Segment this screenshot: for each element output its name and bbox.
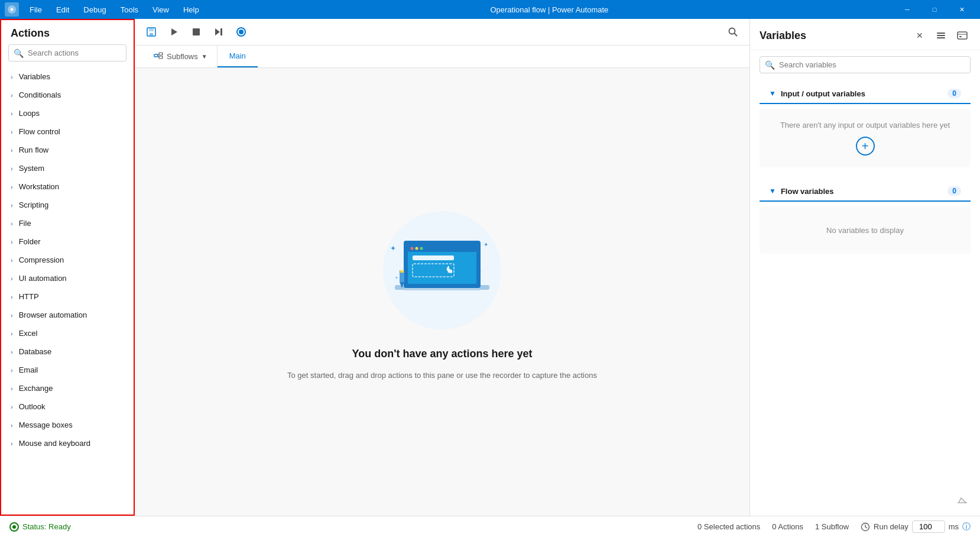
action-item-conditionals[interactable]: › Conditionals	[1, 86, 134, 104]
empty-illustration: ✦ ✦ ✦ ✦	[359, 202, 525, 338]
menu-tools[interactable]: Tools	[115, 3, 144, 17]
run-delay-unit: ms	[949, 522, 959, 531]
action-item-label: Message boxes	[19, 420, 73, 429]
action-item-http[interactable]: › HTTP	[1, 287, 134, 306]
action-item-label: Excel	[19, 329, 38, 338]
content-area: Actions 🔍 › Variables › Conditionals › L…	[0, 19, 980, 516]
action-item-label: Exchange	[19, 384, 53, 393]
svg-rect-43	[959, 36, 962, 37]
action-item-label: Compression	[19, 255, 64, 264]
status-indicator: Status: Ready	[9, 522, 71, 532]
add-input-output-variable-button[interactable]: +	[856, 137, 875, 156]
svg-rect-12	[154, 54, 158, 57]
action-item-file[interactable]: › File	[1, 214, 134, 232]
chevron-icon: ›	[11, 367, 13, 374]
run-delay-input[interactable]	[912, 520, 945, 533]
action-item-database[interactable]: › Database	[1, 342, 134, 361]
actions-panel-title: Actions	[1, 20, 134, 44]
svg-rect-41	[958, 32, 967, 39]
tab-main-label: Main	[229, 51, 246, 60]
action-item-browser-automation[interactable]: › Browser automation	[1, 306, 134, 324]
actions-count: 0 Actions	[772, 522, 803, 531]
action-item-folder[interactable]: › Folder	[1, 232, 134, 251]
toolbar	[135, 19, 749, 46]
action-item-flow-control[interactable]: › Flow control	[1, 122, 134, 141]
action-item-outlook[interactable]: › Outlook	[1, 397, 134, 416]
variables-panel: Variables ✕ 🔍 ▼ In	[749, 19, 980, 516]
menu-edit[interactable]: Edit	[50, 3, 75, 17]
action-item-mouse-keyboard[interactable]: › Mouse and keyboard	[1, 434, 134, 452]
svg-point-9	[239, 30, 244, 34]
action-item-label: Variables	[19, 72, 50, 81]
action-item-label: Conditionals	[19, 90, 61, 99]
action-item-label: Outlook	[19, 402, 46, 411]
stop-button[interactable]	[187, 22, 206, 41]
variables-search-icon: 🔍	[765, 60, 775, 70]
chevron-icon: ›	[11, 92, 13, 99]
action-item-email[interactable]: › Email	[1, 361, 134, 379]
subflows-button[interactable]: Subflows ▼	[144, 46, 218, 67]
variables-search-input[interactable]	[760, 56, 971, 73]
titlebar: File Edit Debug Tools View Help Operatio…	[0, 0, 980, 19]
action-item-ui-automation[interactable]: › UI automation	[1, 269, 134, 287]
subflow-count: 1 Subflow	[815, 522, 849, 531]
svg-rect-2	[149, 28, 154, 31]
action-item-scripting[interactable]: › Scripting	[1, 196, 134, 214]
action-item-exchange[interactable]: › Exchange	[1, 379, 134, 397]
flow-vars-empty-text: No variables to display	[826, 226, 904, 235]
chevron-icon: ›	[11, 128, 13, 135]
input-output-section-title: Input / output variables	[781, 89, 947, 98]
chevron-icon: ›	[11, 385, 13, 392]
maximize-button[interactable]: □	[921, 0, 948, 19]
tab-main[interactable]: Main	[218, 46, 258, 67]
action-item-label: Loops	[19, 109, 40, 118]
action-item-label: Mouse and keyboard	[19, 439, 90, 448]
chevron-icon: ›	[11, 257, 13, 264]
menu-view[interactable]: View	[147, 3, 175, 17]
svg-text:✦: ✦	[478, 269, 482, 274]
input-output-section-content: There aren't any input or output variabl…	[760, 109, 971, 167]
variables-layers-button[interactable]	[933, 27, 949, 44]
action-item-variables[interactable]: › Variables	[1, 67, 134, 86]
clock-icon	[861, 522, 870, 532]
run-button[interactable]	[164, 22, 183, 41]
window-title: Operational flow | Power Automate	[205, 5, 894, 14]
subflows-label: Subflows	[167, 52, 198, 61]
action-item-workstation[interactable]: › Workstation	[1, 177, 134, 196]
input-output-section-header[interactable]: ▼ Input / output variables 0	[760, 84, 971, 104]
chevron-icon: ›	[11, 147, 13, 154]
action-item-label: HTTP	[19, 292, 39, 301]
variables-extra-button[interactable]	[954, 27, 971, 44]
chevron-icon: ›	[11, 293, 13, 300]
menu-debug[interactable]: Debug	[77, 3, 112, 17]
svg-rect-7	[220, 28, 222, 35]
svg-rect-13	[159, 53, 163, 55]
action-item-compression[interactable]: › Compression	[1, 251, 134, 269]
flow-variables-section-content: No variables to display	[760, 206, 971, 254]
menu-file[interactable]: File	[24, 3, 48, 17]
chevron-icon: ›	[11, 73, 13, 80]
action-item-loops[interactable]: › Loops	[1, 104, 134, 122]
close-button[interactable]: ✕	[948, 0, 975, 19]
action-item-message-boxes[interactable]: › Message boxes	[1, 416, 134, 434]
minimize-button[interactable]: ─	[894, 0, 921, 19]
actions-search-input[interactable]	[8, 44, 126, 62]
menu-help[interactable]: Help	[177, 3, 205, 17]
action-item-run-flow[interactable]: › Run flow	[1, 141, 134, 159]
action-item-label: UI automation	[19, 274, 67, 283]
window-controls: ─ □ ✕	[894, 0, 975, 19]
flow-variables-section: ▼ Flow variables 0 No variables to displ…	[750, 182, 980, 258]
svg-rect-39	[937, 35, 945, 36]
search-canvas-button[interactable]	[723, 22, 742, 41]
flow-vars-collapse-icon: ▼	[769, 187, 776, 195]
action-item-excel[interactable]: › Excel	[1, 324, 134, 342]
next-button[interactable]	[209, 22, 228, 41]
save-button[interactable]	[142, 22, 161, 41]
flow-variables-section-header[interactable]: ▼ Flow variables 0	[760, 182, 971, 202]
clear-variables-button[interactable]	[954, 492, 971, 509]
variables-close-button[interactable]: ✕	[911, 27, 928, 44]
record-button[interactable]	[232, 22, 251, 41]
run-delay-info-icon[interactable]: ⓘ	[962, 522, 971, 532]
chevron-icon: ›	[11, 202, 13, 209]
action-item-system[interactable]: › System	[1, 159, 134, 177]
